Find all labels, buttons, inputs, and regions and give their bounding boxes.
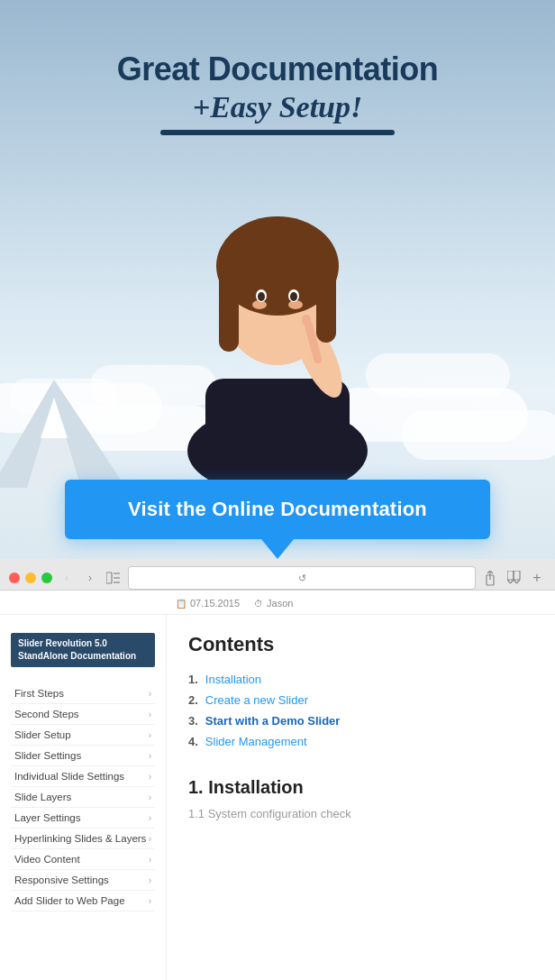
contents-item-num: 4. [188, 735, 198, 748]
sidebar-menu-label: Second Steps [14, 709, 79, 719]
back-button[interactable]: ‹ [58, 569, 76, 587]
meta-bar: 📋 07.15.2015 ⏱ Jason [0, 591, 555, 615]
svg-rect-10 [316, 266, 336, 343]
sidebar-brand: Slider Revolution 5.0 StandAlone Documen… [11, 633, 155, 667]
svg-point-16 [290, 292, 297, 301]
sidebar-menu-label: Slider Settings [14, 750, 81, 761]
sidebar-menu-item[interactable]: Individual Slide Settings› [11, 766, 155, 787]
hero-underline [160, 130, 395, 135]
contents-list-item: 3.Start with a Demo Slider [188, 710, 533, 731]
sidebar-menu-label: Add Slider to Web Page [14, 895, 125, 906]
svg-rect-9 [219, 266, 239, 352]
svg-point-18 [302, 315, 311, 325]
bookmark-icon[interactable] [505, 569, 523, 587]
svg-point-15 [258, 292, 265, 301]
contents-list-item: 4.Slider Management [188, 731, 533, 752]
sidebar-menu-label: Layer Settings [14, 812, 81, 823]
sidebar-arrow-icon: › [149, 772, 151, 782]
sidebar-menu-item[interactable]: Second Steps› [11, 704, 155, 725]
svg-rect-19 [106, 572, 112, 583]
doc-content: Contents 1.Installation2.Create a new Sl… [167, 615, 555, 980]
sidebar-menu-label: Slider Setup [14, 729, 71, 740]
traffic-light-yellow[interactable] [25, 572, 36, 583]
sidebar-menu-label: Individual Slide Settings [14, 771, 124, 782]
hero-person [151, 144, 404, 487]
sidebar-menu-item[interactable]: First Steps› [11, 683, 155, 704]
sidebar-menu-label: First Steps [14, 688, 64, 699]
meta-date: 📋 07.15.2015 [176, 598, 240, 609]
contents-item-link[interactable]: Start with a Demo Slider [205, 714, 341, 728]
cta-container: Visit the Online Documentation [65, 480, 490, 559]
contents-list-item: 2.Create a new Slider [188, 690, 533, 710]
share-icon[interactable] [481, 569, 499, 587]
svg-rect-26 [514, 571, 520, 580]
sidebar-menu-item[interactable]: Video Content› [11, 849, 155, 870]
sidebar-menu-item[interactable]: Slide Layers› [11, 787, 155, 808]
reload-icon[interactable]: ↺ [298, 572, 306, 584]
sidebar-menu-item[interactable]: Add Slider to Web Page› [11, 891, 155, 911]
mountain-left [0, 371, 153, 491]
sidebar-arrow-icon: › [149, 710, 151, 719]
contents-title: Contents [188, 633, 533, 656]
sidebar-arrow-icon: › [149, 689, 151, 699]
sidebar-menu-label: Slide Layers [14, 792, 71, 802]
hero-section: Great Documentation +Easy Setup! [0, 0, 555, 559]
meta-author-value: Jason [267, 598, 293, 609]
sidebar-arrow-icon: › [149, 730, 151, 740]
cta-button[interactable]: Visit the Online Documentation [65, 480, 490, 539]
meta-date-value: 07.15.2015 [190, 598, 240, 609]
traffic-light-red[interactable] [9, 572, 20, 583]
calendar-icon: 📋 [176, 599, 187, 609]
contents-item-link[interactable]: Installation [205, 673, 261, 686]
browser-chrome: ‹ › ↺ [0, 559, 555, 591]
hero-title: Great Documentation [0, 50, 555, 88]
sidebar-arrow-icon: › [149, 896, 151, 906]
hero-text-block: Great Documentation +Easy Setup! [0, 50, 555, 135]
sidebar-menu-item[interactable]: Hyperlinking Slides & Layers› [11, 829, 155, 849]
contents-item-num: 1. [188, 673, 198, 686]
address-bar[interactable]: ↺ [128, 566, 476, 590]
svg-rect-25 [507, 571, 514, 580]
hero-subtitle: +Easy Setup! [0, 90, 555, 124]
contents-item-link[interactable]: Slider Management [205, 735, 307, 748]
sidebar-arrow-icon: › [149, 875, 151, 885]
sidebar-arrow-icon: › [149, 813, 151, 823]
meta-author: ⏱ Jason [254, 598, 293, 609]
forward-button[interactable]: › [81, 569, 99, 587]
traffic-light-green[interactable] [41, 572, 52, 583]
sidebar-menu-label: Responsive Settings [14, 875, 109, 885]
contents-list-item: 1.Installation [188, 669, 533, 690]
traffic-lights [9, 572, 52, 583]
sidebar-menu-label: Hyperlinking Slides & Layers [14, 833, 146, 844]
contents-item-num: 2. [188, 693, 198, 707]
installation-subtitle: 1.1 System configuration check [188, 807, 533, 820]
sidebar-menu-item[interactable]: Layer Settings› [11, 808, 155, 829]
new-tab-button[interactable]: + [528, 569, 546, 587]
contents-list: 1.Installation2.Create a new Slider3.Sta… [188, 669, 533, 752]
sidebar-menu-item[interactable]: Slider Settings› [11, 746, 155, 766]
sidebar-menu-item[interactable]: Slider Setup› [11, 725, 155, 746]
person-icon: ⏱ [254, 599, 263, 609]
browser-actions [481, 569, 523, 587]
sidebar-toggle-icon[interactable] [105, 569, 123, 587]
installation-title: 1. Installation [188, 777, 533, 798]
doc-sidebar: Slider Revolution 5.0 StandAlone Documen… [0, 615, 167, 980]
cta-triangle [261, 539, 294, 559]
sidebar-arrow-icon: › [149, 834, 151, 844]
sidebar-menu: First Steps›Second Steps›Slider Setup›Sl… [11, 683, 155, 911]
contents-item-link[interactable]: Create a new Slider [205, 693, 308, 707]
sidebar-arrow-icon: › [149, 792, 151, 802]
doc-page: Slider Revolution 5.0 StandAlone Documen… [0, 615, 555, 980]
sidebar-brand-line1: Slider Revolution 5.0 [18, 637, 148, 650]
sidebar-arrow-icon: › [149, 751, 151, 761]
sidebar-arrow-icon: › [149, 855, 151, 865]
sidebar-brand-line2: StandAlone Documentation [18, 650, 148, 663]
sidebar-menu-item[interactable]: Responsive Settings› [11, 870, 155, 891]
sidebar-menu-label: Video Content [14, 854, 80, 865]
contents-item-num: 3. [188, 714, 198, 728]
